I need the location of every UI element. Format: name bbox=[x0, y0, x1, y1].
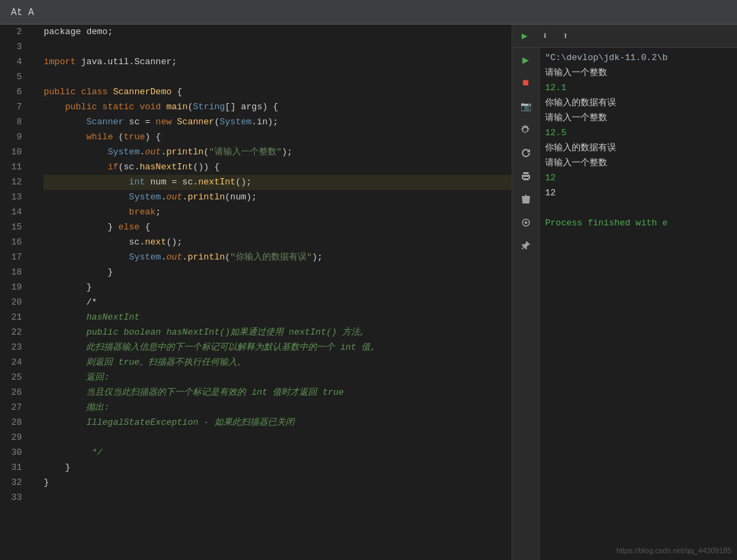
coverage-button[interactable]: 📷 bbox=[516, 97, 536, 116]
editor-panel: 2345▶6▶789101112131415161718192021222324… bbox=[0, 25, 512, 560]
line-number: 30 bbox=[0, 445, 22, 460]
line-number: 2 bbox=[0, 25, 22, 40]
line-number: 21 bbox=[0, 310, 22, 325]
console-line: 请输入一个整数 bbox=[545, 156, 732, 171]
console-line: 12 bbox=[545, 186, 732, 201]
code-line: 此扫描器输入信息中的下一个标记可以解释为默认基数中的一个 int 值, bbox=[44, 340, 512, 355]
run-button[interactable]: ▶ bbox=[515, 27, 534, 46]
code-line: break; bbox=[44, 205, 512, 220]
title-bar: At A bbox=[0, 0, 737, 25]
code-line: 抛出: bbox=[44, 400, 512, 415]
svg-point-1 bbox=[525, 221, 527, 224]
line-number: 33 bbox=[0, 490, 22, 505]
line-number: 8 bbox=[0, 115, 22, 130]
line-number: 22 bbox=[0, 325, 22, 340]
line-number: 18 bbox=[0, 265, 22, 280]
gutter-icons bbox=[27, 25, 41, 560]
console-line: 你输入的数据有误 bbox=[545, 141, 732, 156]
code-lines: package demo;import java.util.Scanner;pu… bbox=[41, 25, 512, 560]
line-number: 25 bbox=[0, 370, 22, 385]
console-line bbox=[545, 201, 732, 216]
code-line bbox=[44, 490, 512, 505]
pin2-button[interactable] bbox=[516, 236, 536, 255]
right-panel: ▶ ⬇ ⬆ ▶ ■ 📷 bbox=[512, 25, 737, 560]
line-number: 11 bbox=[0, 160, 22, 175]
line-number: 29 bbox=[0, 430, 22, 445]
watermark: https://blog.csdn.net/qq_44309185 bbox=[616, 546, 732, 555]
code-line: } bbox=[44, 475, 512, 490]
console-line: 12 bbox=[545, 171, 732, 186]
line-number: 23 bbox=[0, 340, 22, 355]
line-number: 14 bbox=[0, 205, 22, 220]
code-line: sc.next(); bbox=[44, 235, 512, 250]
vertical-toolbar: ▶ ■ 📷 bbox=[512, 48, 540, 560]
line-number: 4 bbox=[0, 55, 22, 70]
settings-button[interactable] bbox=[516, 120, 536, 139]
console-line: 请输入一个整数 bbox=[545, 66, 732, 81]
line-number: 12 bbox=[0, 175, 22, 190]
line-number: 17 bbox=[0, 250, 22, 265]
code-line: Scanner sc = new Scanner(System.in); bbox=[44, 115, 512, 130]
clear-button[interactable] bbox=[516, 190, 536, 209]
line-number: 10 bbox=[0, 145, 22, 160]
code-line: public boolean hasNextInt()如果通过使用 nextIn… bbox=[44, 325, 512, 340]
scroll-down-button[interactable]: ⬇ bbox=[536, 27, 555, 46]
code-line: } else { bbox=[44, 220, 512, 235]
line-number: 16 bbox=[0, 235, 22, 250]
code-line: System.out.println(num); bbox=[44, 190, 512, 205]
code-line: 返回: bbox=[44, 370, 512, 385]
code-line: 则返回 true。扫描器不执行任何输入。 bbox=[44, 355, 512, 370]
console-line: 请输入一个整数 bbox=[545, 111, 732, 126]
code-line: IllegalStateException - 如果此扫描器已关闭 bbox=[44, 415, 512, 430]
code-line: import java.util.Scanner; bbox=[44, 55, 512, 70]
code-line bbox=[44, 70, 512, 85]
code-line: System.out.println("请输入一个整数"); bbox=[44, 145, 512, 160]
stop-button[interactable]: ■ bbox=[516, 74, 536, 93]
code-area: 2345▶6▶789101112131415161718192021222324… bbox=[0, 25, 512, 560]
code-line: public class ScannerDemo { bbox=[44, 85, 512, 100]
line-number: 24 bbox=[0, 355, 22, 370]
code-line: 当且仅当此扫描器的下一个标记是有效的 int 值时才返回 true bbox=[44, 385, 512, 400]
line-number: ▶6 bbox=[0, 85, 22, 100]
console-line: 12.1 bbox=[545, 81, 732, 96]
line-number: 3 bbox=[0, 40, 22, 55]
line-number: 26 bbox=[0, 385, 22, 400]
code-line bbox=[44, 430, 512, 445]
print-button[interactable] bbox=[516, 167, 536, 186]
line-number: 19 bbox=[0, 280, 22, 295]
line-number: 9 bbox=[0, 130, 22, 145]
code-line: /* bbox=[44, 295, 512, 310]
pin-button[interactable] bbox=[516, 213, 536, 232]
scroll-up-button[interactable]: ⬆ bbox=[556, 27, 575, 46]
code-line: public static void main(String[] args) { bbox=[44, 100, 512, 115]
code-line: if(sc.hasNextInt()) { bbox=[44, 160, 512, 175]
console-panel: "C:\devlop\jdk-11.0.2\b请输入一个整数12.1你输入的数据… bbox=[540, 48, 737, 560]
line-number: ▶7 bbox=[0, 100, 22, 115]
line-number: 15 bbox=[0, 220, 22, 235]
code-line: package demo; bbox=[44, 25, 512, 40]
code-line: while (true) { bbox=[44, 130, 512, 145]
console-line: "C:\devlop\jdk-11.0.2\b bbox=[545, 51, 732, 66]
code-line: } bbox=[44, 280, 512, 295]
line-number: 5 bbox=[0, 70, 22, 85]
line-number: 13 bbox=[0, 190, 22, 205]
run-vert-button[interactable]: ▶ bbox=[516, 51, 536, 70]
code-line: int num = sc.nextInt(); bbox=[44, 175, 512, 190]
console-line: Process finished with e bbox=[545, 216, 732, 231]
line-number: 28 bbox=[0, 415, 22, 430]
rerun-button[interactable] bbox=[516, 143, 536, 163]
line-number: 27 bbox=[0, 400, 22, 415]
line-number: 31 bbox=[0, 460, 22, 475]
code-line bbox=[44, 40, 512, 55]
line-numbers: 2345▶6▶789101112131415161718192021222324… bbox=[0, 25, 27, 560]
line-number: 20 bbox=[0, 295, 22, 310]
console-line: 12.5 bbox=[545, 126, 732, 141]
code-line: hasNextInt bbox=[44, 310, 512, 325]
line-number: 32 bbox=[0, 475, 22, 490]
top-toolbar: ▶ ⬇ ⬆ bbox=[512, 25, 737, 48]
code-line: } bbox=[44, 265, 512, 280]
code-line: } bbox=[44, 460, 512, 475]
code-line: System.out.println("你输入的数据有误"); bbox=[44, 250, 512, 265]
code-line: */ bbox=[44, 445, 512, 460]
title-label: At A bbox=[11, 7, 34, 18]
